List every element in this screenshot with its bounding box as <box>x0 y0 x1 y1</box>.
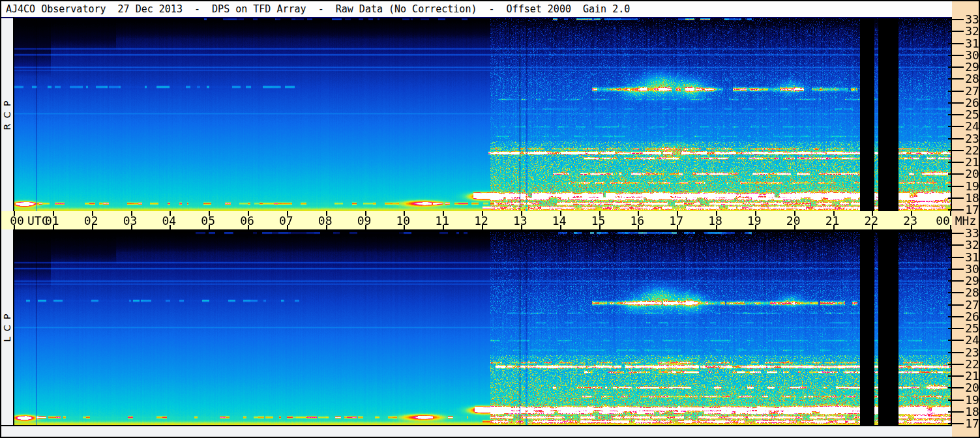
rcp-panel-label: R C P <box>1 76 13 154</box>
rcp-left-border <box>13 17 14 211</box>
app-window: AJ4CO Observatory 27 Dec 2013 - DPS on T… <box>0 0 980 438</box>
spectrogram-lcp <box>14 232 951 425</box>
rcp-right-border <box>951 17 952 211</box>
lcp-right-border <box>951 229 952 426</box>
title-bar: AJ4CO Observatory 27 Dec 2013 - DPS on T… <box>1 1 952 17</box>
bottom-margin-strip <box>1 426 952 437</box>
time-axis <box>1 211 952 229</box>
lcp-panel-label: L C P <box>1 288 13 366</box>
spectrogram-rcp <box>14 18 951 211</box>
frequency-scale-strip <box>952 1 979 437</box>
lcp-left-border <box>13 229 14 426</box>
